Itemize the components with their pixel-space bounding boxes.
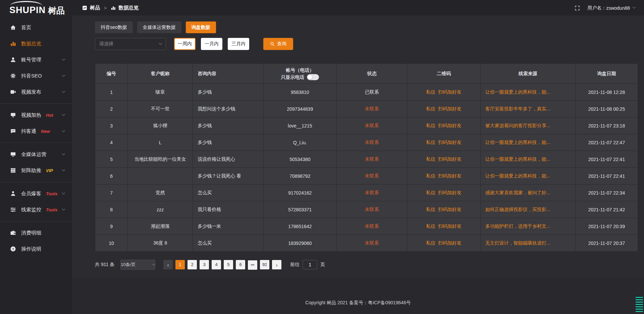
sidebar-item-12[interactable]: ?操作说明: [0, 241, 72, 257]
sidebar-item-4[interactable]: 视频发布: [0, 84, 72, 100]
cell-inquiry: 多少钱: [193, 84, 263, 101]
sidebar-item-label: 视频发布: [21, 89, 41, 95]
qr-message-link[interactable]: 私信: [426, 106, 435, 111]
sidebar-item-label: 视频加热: [21, 112, 41, 118]
source-link[interactable]: 无主灯设计，智能磁吸轨道灯...: [485, 240, 550, 246]
goto-page-input[interactable]: [303, 260, 317, 269]
qr-message-link[interactable]: 私信: [426, 240, 435, 246]
cell-status: 未联系: [336, 151, 407, 168]
sidebar-item-2[interactable]: 账号管理: [0, 52, 72, 68]
cell-nickname: [128, 168, 193, 185]
sidebar-item-9[interactable]: 会员爆客Tools: [0, 186, 72, 202]
source-link[interactable]: 让你一眼就爱上的黑科技，能...: [485, 140, 550, 145]
qr-message-link[interactable]: 私信: [426, 156, 435, 162]
page-button-6[interactable]: 6: [236, 260, 245, 269]
cell-inquiry: 我只看价格: [193, 201, 263, 218]
qr-message-link[interactable]: 私信: [426, 190, 435, 195]
qr-addfriend-link[interactable]: 扫码加好友: [438, 89, 462, 95]
next-page-button[interactable]: ›: [272, 260, 281, 269]
qr-message-link[interactable]: 私信: [426, 140, 435, 145]
qr-addfriend-link[interactable]: 扫码加好友: [438, 173, 462, 178]
cell-serial: 6: [95, 168, 128, 185]
qr-message-link[interactable]: 私信: [426, 173, 435, 178]
cell-account: love__1215: [263, 117, 336, 134]
page-button-4[interactable]: 4: [212, 260, 221, 269]
cell-source: 无主灯设计，智能磁吸轨道灯...: [480, 235, 575, 252]
page-button-5[interactable]: 5: [224, 260, 233, 269]
cell-status: 未联系: [336, 185, 407, 201]
sidebar-item-5[interactable]: 视频加热Hot: [0, 107, 72, 123]
sidebar-item-0[interactable]: 首页: [0, 19, 72, 36]
column-header-7: 询盘日期: [575, 64, 638, 84]
cell-date: 2021-11-07 22:41: [575, 168, 638, 185]
breadcrumb-root[interactable]: 树品: [90, 5, 100, 11]
cell-nickname: 当地比较能吃的一位美女: [128, 151, 193, 168]
sidebar-item-1[interactable]: 数据总览: [0, 36, 72, 52]
page-button-92[interactable]: 92: [260, 260, 269, 269]
prev-page-button[interactable]: ‹: [163, 260, 173, 269]
range-button-0[interactable]: 一周内: [174, 38, 196, 50]
source-link[interactable]: 让你一眼就爱上的黑科技，能...: [485, 156, 550, 162]
sidebar-item-6[interactable]: 抖客通New: [0, 123, 72, 139]
cell-status: 已联系: [336, 84, 407, 101]
search-icon: [270, 42, 275, 46]
more-pages-button[interactable]: •••: [248, 260, 257, 270]
tab-0[interactable]: 抖音seo数据: [95, 21, 133, 33]
table-row: 5当地比较能吃的一位美女说说价格让我死心50534380未联系私信扫码加好友让你…: [95, 151, 638, 168]
range-button-1[interactable]: 一月内: [201, 38, 222, 50]
sidebar-item-7[interactable]: 全媒体运营: [0, 146, 72, 162]
home-icon: [10, 24, 16, 31]
fullscreen-icon[interactable]: [575, 5, 580, 11]
qr-addfriend-link[interactable]: 扫码加好友: [438, 223, 462, 229]
brand-logo[interactable]: SHUPIN 树品: [0, 0, 72, 16]
cell-qr: 私信扫码加好友: [407, 151, 480, 168]
query-button-label: 查询: [277, 41, 286, 47]
source-link[interactable]: 感谢大家喜欢我家，被问了好...: [485, 190, 550, 195]
qr-addfriend-link[interactable]: 扫码加好友: [438, 240, 462, 246]
page-size-select[interactable]: 10条/页: [120, 260, 155, 270]
source-link[interactable]: 如何正确选择投影仪，买投影...: [485, 207, 550, 212]
sidebar-item-10[interactable]: 线索监控Tools: [0, 202, 72, 218]
date-range-buttons: 一周内一月内三月内: [174, 38, 255, 50]
phone-only-toggle[interactable]: [307, 74, 319, 80]
qr-message-link[interactable]: 私信: [426, 207, 435, 212]
qr-message-link[interactable]: 私信: [426, 223, 435, 229]
cell-qr: 私信扫码加好友: [407, 235, 480, 252]
brand-logo-en: SHUPIN: [9, 6, 46, 15]
qr-addfriend-link[interactable]: 扫码加好友: [438, 140, 462, 145]
qr-message-link[interactable]: 私信: [426, 89, 435, 95]
source-link[interactable]: 让你一眼就爱上的黑科技，能...: [485, 89, 550, 95]
tab-1[interactable]: 全媒体运营数据: [137, 21, 181, 33]
qr-addfriend-link[interactable]: 扫码加好友: [438, 190, 462, 195]
cell-nickname: 狐小狸: [128, 117, 193, 134]
user-dropdown[interactable]: 用户名： zswodun88: [587, 5, 635, 11]
cell-source: 让你一眼就爱上的黑科技，能...: [480, 134, 575, 151]
page-button-2[interactable]: 2: [187, 260, 197, 269]
source-link[interactable]: 让你一眼就爱上的黑科技，能...: [485, 173, 550, 178]
page-button-1[interactable]: 1: [175, 260, 185, 269]
source-link[interactable]: 多功能护栏灯，适用于乡村文...: [485, 223, 550, 229]
source-link[interactable]: 被大家追着问的客厅投影分享...: [485, 123, 550, 128]
cell-qr: 私信扫码加好友: [407, 134, 480, 151]
phone-only-label: 只显示电话: [281, 74, 304, 81]
query-button[interactable]: 查询: [263, 38, 293, 50]
page-button-3[interactable]: 3: [200, 260, 209, 269]
cell-source: 被大家追着问的客厅投影分享...: [480, 117, 575, 134]
sidebar-item-label: 消费明细: [21, 230, 41, 236]
sidebar-item-8[interactable]: 矩阵助推VIP: [0, 162, 72, 178]
status-badge: 未联系: [365, 156, 379, 162]
qr-addfriend-link[interactable]: 扫码加好友: [438, 106, 462, 111]
qr-addfriend-link[interactable]: 扫码加好友: [438, 156, 462, 162]
qr-addfriend-link[interactable]: 扫码加好友: [438, 207, 462, 212]
tab-2[interactable]: 询盘数据: [186, 21, 216, 33]
column-header-0: 编号: [95, 64, 128, 84]
status-badge: 未联系: [365, 106, 379, 111]
range-button-2[interactable]: 三月内: [228, 38, 249, 50]
sidebar-item-11[interactable]: 消费明细: [0, 225, 72, 241]
sidebar-item-3[interactable]: 抖音SEO: [0, 68, 72, 84]
member-icon: [10, 191, 16, 197]
qr-message-link[interactable]: 私信: [426, 123, 435, 128]
source-link[interactable]: 客厅安装投影半年多了，真实...: [485, 106, 550, 111]
filter-select[interactable]: 请选择: [95, 38, 166, 50]
qr-addfriend-link[interactable]: 扫码加好友: [438, 123, 462, 128]
